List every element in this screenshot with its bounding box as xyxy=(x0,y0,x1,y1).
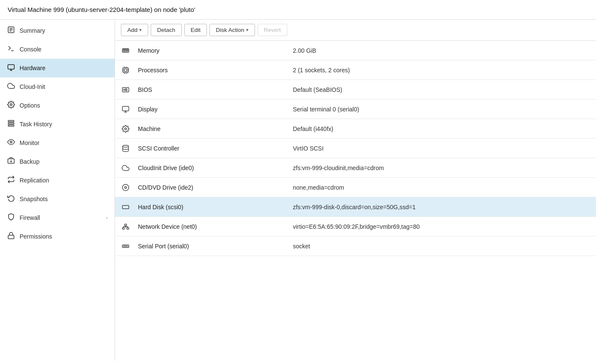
sidebar-item-permissions[interactable]: Permissions xyxy=(0,227,115,246)
hw-row-cdvd[interactable]: CD/DVD Drive (ide2)none,media=cdrom xyxy=(115,178,596,197)
disk-action-label: Disk Action xyxy=(216,27,244,33)
sidebar-item-label: Firewall xyxy=(20,214,102,221)
disk-action-button[interactable]: Disk Action ▾ xyxy=(209,24,255,36)
processors-icon xyxy=(115,66,133,74)
hw-row-harddisk[interactable]: Hard Disk (scsi0)zfs:vm-999-disk-0,disca… xyxy=(115,197,596,217)
cloudinit-drive-icon xyxy=(115,164,133,172)
hw-val-harddisk: zfs:vm-999-disk-0,discard=on,size=50G,ss… xyxy=(286,199,596,216)
main-layout: SummaryConsoleHardwareCloud-InitOptionsT… xyxy=(0,20,596,361)
detach-label: Detach xyxy=(157,27,175,33)
sidebar-item-label: Monitor xyxy=(20,139,108,146)
svg-rect-16 xyxy=(8,235,14,239)
hw-val-serial: socket xyxy=(286,238,596,255)
svg-rect-29 xyxy=(124,69,127,71)
sidebar-item-firewall[interactable]: Firewall› xyxy=(0,208,115,227)
harddisk-icon xyxy=(115,203,133,211)
hardware-icon xyxy=(7,63,15,73)
hw-row-cloudinit-drive[interactable]: CloudInit Drive (ide0)zfs:vm-999-cloudin… xyxy=(115,158,596,178)
serial-icon xyxy=(115,242,133,250)
hw-key-cloudinit-drive: CloudInit Drive (ide0) xyxy=(133,159,286,176)
revert-label: Revert xyxy=(264,27,281,33)
hw-key-memory: Memory xyxy=(133,42,286,59)
hw-val-cloudinit-drive: zfs:vm-999-cloudinit,media=cdrom xyxy=(286,159,596,176)
hw-val-scsi: VirtIO SCSI xyxy=(286,140,596,157)
hw-key-serial: Serial Port (serial0) xyxy=(133,238,286,255)
sidebar-item-summary[interactable]: Summary xyxy=(0,21,115,40)
backup-icon xyxy=(7,157,15,166)
add-label: Add xyxy=(127,27,138,33)
detach-button[interactable]: Detach xyxy=(151,24,182,36)
svg-rect-5 xyxy=(8,65,14,69)
sidebar-item-label: Snapshots xyxy=(20,196,108,202)
svg-point-48 xyxy=(125,186,127,188)
toolbar: Add ▾ Detach Edit Disk Action ▾ Revert xyxy=(115,20,596,41)
machine-icon xyxy=(115,125,133,133)
sidebar-item-label: Replication xyxy=(20,177,108,184)
hw-val-processors: 2 (1 sockets, 2 cores) xyxy=(286,62,596,79)
hw-val-bios: Default (SeaBIOS) xyxy=(286,81,596,98)
hardware-table: Memory2.00 GiBProcessors2 (1 sockets, 2 … xyxy=(115,41,596,361)
hw-key-processors: Processors xyxy=(133,62,286,79)
scsi-icon xyxy=(115,145,133,152)
sidebar-item-monitor[interactable]: Monitor xyxy=(0,134,115,152)
hw-val-display: Serial terminal 0 (serial0) xyxy=(286,101,596,118)
edit-button[interactable]: Edit xyxy=(184,24,207,36)
bios-icon xyxy=(115,86,133,94)
title-bar: Virtual Machine 999 (ubuntu-server-2204-… xyxy=(0,0,596,20)
task-history-icon xyxy=(7,119,15,129)
hw-row-scsi[interactable]: SCSI ControllerVirtIO SCSI xyxy=(115,139,596,158)
hw-row-machine[interactable]: MachineDefault (i440fx) xyxy=(115,119,596,139)
disk-action-dropdown-arrow: ▾ xyxy=(246,27,249,33)
sidebar-item-label: Task History xyxy=(20,121,108,128)
sidebar-item-options[interactable]: Options xyxy=(0,96,115,115)
content-area: Add ▾ Detach Edit Disk Action ▾ Revert M… xyxy=(115,20,596,361)
sidebar-item-replication[interactable]: Replication xyxy=(0,171,115,190)
hw-row-netdev[interactable]: Network Device (net0)virtio=E6:5A:65:90:… xyxy=(115,217,596,236)
cloud-init-icon xyxy=(7,82,15,91)
hw-val-netdev: virtio=E6:5A:65:90:09:2F,bridge=vmbr69,t… xyxy=(286,218,596,235)
sidebar-item-label: Backup xyxy=(20,158,108,165)
firewall-icon xyxy=(7,213,15,222)
hw-row-memory[interactable]: Memory2.00 GiB xyxy=(115,41,596,60)
svg-point-47 xyxy=(123,184,129,191)
hw-val-cdvd: none,media=cdrom xyxy=(286,179,596,196)
sidebar-item-console[interactable]: Console xyxy=(0,40,115,59)
summary-icon xyxy=(7,26,15,35)
svg-rect-28 xyxy=(123,68,128,73)
sidebar: SummaryConsoleHardwareCloud-InitOptionsT… xyxy=(0,20,115,361)
hw-key-harddisk: Hard Disk (scsi0) xyxy=(133,199,286,216)
hw-key-cdvd: CD/DVD Drive (ide2) xyxy=(133,179,286,196)
hw-key-machine: Machine xyxy=(133,120,286,137)
hw-row-bios[interactable]: BIOSDefault (SeaBIOS) xyxy=(115,80,596,100)
console-icon xyxy=(7,45,15,54)
svg-point-46 xyxy=(123,145,129,147)
netdev-icon xyxy=(115,223,133,230)
sidebar-item-hardware[interactable]: Hardware xyxy=(0,59,115,77)
sidebar-item-label: Options xyxy=(20,102,108,109)
hw-key-bios: BIOS xyxy=(133,81,286,98)
hw-row-display[interactable]: DisplaySerial terminal 0 (serial0) xyxy=(115,100,596,119)
svg-rect-10 xyxy=(8,123,14,124)
permissions-icon xyxy=(7,232,15,241)
sidebar-item-task-history[interactable]: Task History xyxy=(0,115,115,134)
sidebar-item-label: Hardware xyxy=(20,65,108,71)
sidebar-item-label: Cloud-Init xyxy=(20,83,108,90)
svg-point-12 xyxy=(10,141,12,143)
svg-point-45 xyxy=(125,128,127,130)
hw-key-display: Display xyxy=(133,101,286,118)
add-dropdown-arrow: ▾ xyxy=(139,27,142,33)
hw-val-machine: Default (i440fx) xyxy=(286,120,596,137)
add-button[interactable]: Add ▾ xyxy=(121,24,148,36)
hw-row-processors[interactable]: Processors2 (1 sockets, 2 cores) xyxy=(115,60,596,80)
revert-button[interactable]: Revert xyxy=(258,24,287,36)
page-title: Virtual Machine 999 (ubuntu-server-2204-… xyxy=(8,6,195,13)
sidebar-item-snapshots[interactable]: Snapshots xyxy=(0,190,115,208)
sidebar-item-backup[interactable]: Backup xyxy=(0,152,115,171)
svg-rect-41 xyxy=(126,88,127,91)
sidebar-item-cloud-init[interactable]: Cloud-Init xyxy=(0,77,115,96)
svg-rect-9 xyxy=(8,120,14,122)
display-icon xyxy=(115,105,133,113)
hw-row-serial[interactable]: Serial Port (serial0)socket xyxy=(115,236,596,256)
svg-rect-50 xyxy=(123,228,125,229)
svg-rect-42 xyxy=(123,106,129,111)
